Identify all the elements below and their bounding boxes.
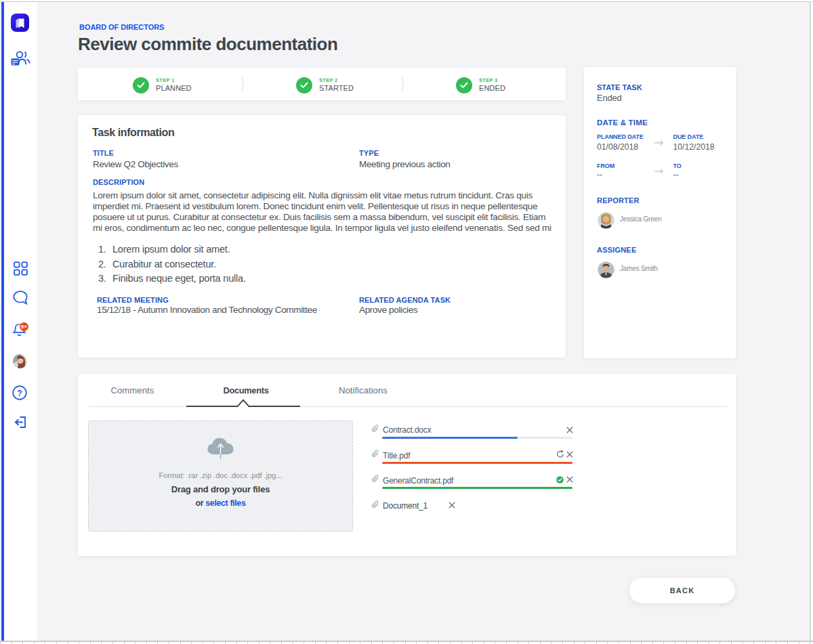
svg-text:?: ? <box>17 389 22 398</box>
